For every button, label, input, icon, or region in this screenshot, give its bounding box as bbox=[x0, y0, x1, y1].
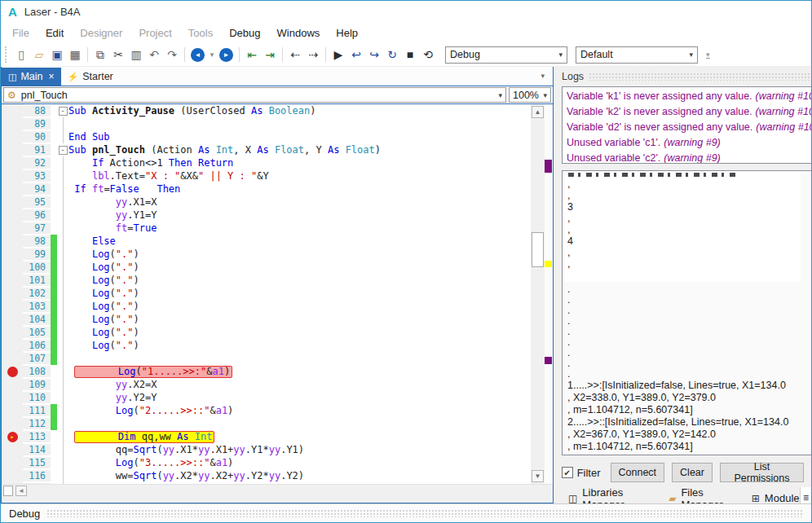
outdent-icon[interactable]: ⇠ bbox=[286, 46, 304, 64]
fold-margin[interactable] bbox=[57, 326, 68, 339]
code-line[interactable]: 89 bbox=[2, 117, 531, 130]
breakpoint-margin[interactable] bbox=[2, 274, 23, 287]
breakpoint-margin[interactable] bbox=[2, 404, 23, 417]
fold-margin[interactable] bbox=[57, 182, 68, 196]
fold-margin[interactable] bbox=[57, 430, 68, 443]
breakpoint-margin[interactable] bbox=[2, 182, 23, 196]
code-line[interactable]: 93 lbl.Text="X : "&X&" || Y : "&Y bbox=[2, 169, 531, 182]
code-line[interactable]: 97 ft=True bbox=[2, 222, 531, 235]
indent-icon[interactable]: ⇢ bbox=[304, 46, 322, 64]
breakpoint-margin[interactable] bbox=[2, 209, 23, 222]
list-permissions-button[interactable]: List Permissions bbox=[720, 463, 804, 482]
stop-icon[interactable]: ■ bbox=[401, 46, 419, 64]
breakpoint-margin[interactable] bbox=[2, 326, 23, 339]
fold-margin[interactable] bbox=[57, 339, 68, 352]
breakpoint-margin[interactable]: ▸ bbox=[2, 430, 23, 443]
code-line[interactable]: 115 Log("3.....>>::"&a1) bbox=[2, 456, 531, 469]
fold-margin[interactable] bbox=[57, 274, 68, 287]
code-text[interactable]: If ft=False Then bbox=[68, 182, 531, 196]
uncomment-icon[interactable]: ⇤ bbox=[243, 46, 261, 64]
warning-item[interactable]: Variable 'k2' is never assigned any valu… bbox=[567, 104, 811, 120]
fold-margin[interactable] bbox=[57, 248, 68, 261]
undo-icon[interactable]: ↶ bbox=[145, 46, 163, 64]
warning-item[interactable]: Variable 'k1' is never assigned any valu… bbox=[567, 89, 811, 104]
menu-project[interactable]: Project bbox=[130, 24, 179, 42]
export-package-icon[interactable]: ▦ bbox=[66, 46, 84, 64]
code-text[interactable]: Log(".") bbox=[68, 313, 531, 326]
code-text[interactable]: Log(".") bbox=[68, 339, 531, 352]
filter-checkbox[interactable]: ✔ bbox=[562, 467, 573, 478]
panel-splitter[interactable] bbox=[554, 67, 559, 503]
code-text[interactable]: Log(".") bbox=[68, 261, 531, 274]
breakpoint-margin[interactable] bbox=[2, 352, 23, 365]
breakpoint-margin[interactable] bbox=[2, 222, 23, 235]
code-line[interactable]: 99 Log(".") bbox=[2, 248, 531, 261]
breakpoint-margin[interactable] bbox=[2, 104, 23, 117]
breakpoint-margin[interactable] bbox=[2, 169, 23, 182]
build-profile-select[interactable]: Default ▾ bbox=[576, 46, 698, 64]
fold-collapse-icon[interactable]: - bbox=[59, 146, 68, 155]
breakpoint-margin[interactable] bbox=[2, 417, 23, 430]
step-out-icon[interactable]: ↻ bbox=[383, 46, 401, 64]
code-text[interactable]: Sub Activity_Pause (UserClosed As Boolea… bbox=[68, 104, 531, 117]
open-project-icon[interactable]: ▱ bbox=[30, 46, 48, 64]
paste-icon[interactable]: ▥ bbox=[127, 46, 145, 64]
code-text[interactable]: yy.X1=X bbox=[68, 196, 531, 209]
code-text[interactable]: Sub pnl_Touch (Action As Int, X As Float… bbox=[68, 143, 531, 156]
code-line[interactable]: 110 yy.Y2=Y bbox=[2, 391, 531, 404]
member-combo[interactable]: ⚙ pnl_Touch ▾ bbox=[3, 87, 506, 103]
menu-edit[interactable]: Edit bbox=[38, 24, 72, 42]
code-text[interactable]: Log("2.....>>::"&a1) bbox=[68, 404, 531, 417]
fold-margin[interactable] bbox=[57, 313, 68, 326]
code-line[interactable]: 95 yy.X1=X bbox=[2, 196, 531, 209]
code-text[interactable]: Log(".") bbox=[68, 274, 531, 287]
code-line[interactable]: 105 Log(".") bbox=[2, 326, 531, 339]
tab-starter[interactable]: ⚡Starter bbox=[61, 68, 120, 86]
fold-margin[interactable] bbox=[57, 378, 68, 391]
fold-margin[interactable] bbox=[57, 456, 68, 469]
fold-margin[interactable] bbox=[57, 404, 68, 417]
fold-margin[interactable] bbox=[57, 130, 68, 143]
code-text[interactable]: yy.Y2=Y bbox=[68, 391, 531, 404]
code-line[interactable]: 106 Log(".") bbox=[2, 339, 531, 352]
fold-margin[interactable] bbox=[57, 391, 68, 404]
menu-tools[interactable]: Tools bbox=[180, 24, 221, 42]
fold-margin[interactable] bbox=[57, 469, 68, 482]
breakpoint-margin[interactable] bbox=[2, 456, 23, 469]
warning-item[interactable]: Variable 'd2' is never assigned any valu… bbox=[567, 120, 811, 135]
code-line[interactable]: 92 If Action<>1 Then Return bbox=[2, 156, 531, 169]
fold-margin[interactable] bbox=[57, 365, 68, 378]
warning-item[interactable]: Unused variable 'c1'.(warning #9) bbox=[567, 135, 811, 151]
code-text[interactable]: ft=True bbox=[68, 222, 531, 235]
code-line[interactable]: 116 ww=Sqrt(yy.X2*yy.X2+yy.Y2*yy.Y2) bbox=[2, 469, 531, 482]
breakpoint-margin[interactable] bbox=[2, 130, 23, 143]
breakpoint-margin[interactable] bbox=[2, 378, 23, 391]
code-line[interactable]: 101 Log(".") bbox=[2, 274, 531, 287]
tab-list-caret-icon[interactable]: ▾ bbox=[541, 72, 545, 80]
redo-icon[interactable]: ↷ bbox=[163, 46, 181, 64]
code-text[interactable]: Log(".") bbox=[68, 248, 531, 261]
restart-icon[interactable]: ⟲ bbox=[419, 46, 437, 64]
zoom-combo[interactable]: 100% ▾ bbox=[509, 87, 551, 103]
panel-menu-button[interactable]: ≡ bbox=[800, 487, 811, 503]
code-text[interactable]: End Sub bbox=[68, 130, 531, 143]
code-text[interactable]: Log(".") bbox=[68, 300, 531, 313]
code-text[interactable]: ww=Sqrt(yy.X2*yy.X2+yy.Y2*yy.Y2) bbox=[68, 469, 531, 482]
fold-margin[interactable] bbox=[57, 209, 68, 222]
code-line[interactable]: 91-Sub pnl_Touch (Action As Int, X As Fl… bbox=[2, 143, 531, 156]
scroll-down-button[interactable]: ▼ bbox=[532, 470, 544, 482]
clear-button[interactable]: Clear bbox=[672, 463, 713, 482]
code-text[interactable]: Log(".") bbox=[68, 287, 531, 300]
code-line[interactable]: 107 bbox=[2, 352, 531, 365]
fold-margin[interactable] bbox=[57, 261, 68, 274]
back-history-caret-icon[interactable]: ▾ bbox=[207, 46, 217, 64]
breakpoint-margin[interactable] bbox=[2, 339, 23, 352]
code-line[interactable]: ▸113 Dim qq,ww As Int bbox=[2, 430, 531, 443]
fold-margin[interactable]: - bbox=[57, 143, 68, 156]
code-lines[interactable]: 88-Sub Activity_Pause (UserClosed As Boo… bbox=[2, 104, 531, 484]
fold-margin[interactable]: - bbox=[57, 104, 68, 117]
new-file-icon[interactable]: ▯ bbox=[12, 46, 30, 64]
code-text[interactable]: Log("1.....>>:"&a1) bbox=[68, 365, 531, 378]
bottom-tab-libraries-manager[interactable]: ◫Libraries Manager bbox=[562, 488, 662, 504]
breakpoint-margin[interactable] bbox=[2, 443, 23, 456]
